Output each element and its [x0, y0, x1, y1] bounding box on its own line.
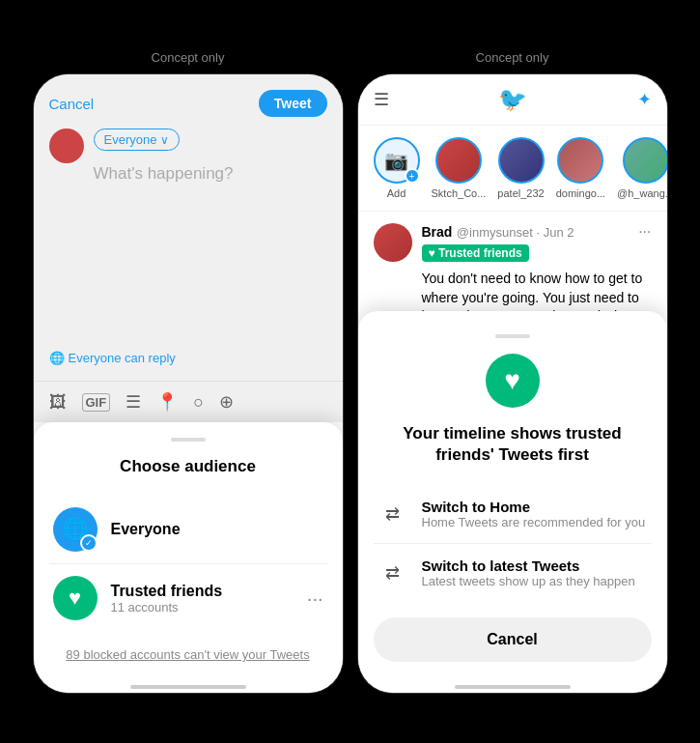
audience-option-trusted[interactable]: ♥ Trusted friends 11 accounts ···: [49, 563, 327, 632]
story-sktch[interactable]: Sktch_Co...: [432, 137, 487, 199]
gif-icon[interactable]: GIF: [82, 393, 111, 412]
trusted-icon: ♥: [53, 576, 98, 620]
add-label: Add: [387, 187, 406, 199]
sheet-title: Choose audience: [49, 457, 327, 476]
add-circle-bg: 📷 +: [374, 137, 420, 184]
cancel-button[interactable]: Cancel: [49, 96, 95, 112]
reply-setting: 🌐 Everyone can reply: [49, 339, 327, 365]
twitter-feed: ☰ 🐦 ✦ 📷 + Add Sktch_Co...: [358, 74, 667, 311]
everyone-label: Everyone: [111, 521, 323, 538]
sktch-label: Sktch_Co...: [432, 187, 487, 199]
timeline-sheet: ♥ Your timeline shows trusted friends' T…: [358, 311, 667, 677]
blocked-notice: 89 blocked accounts can't view your Twee…: [49, 647, 327, 662]
switch-arrows-icon: ⇄: [378, 499, 408, 529]
tweet-content: Brad @inmysunset · Jun 2 ··· ♥ Trusted f…: [422, 223, 652, 311]
audience-selector[interactable]: Everyone ∨: [94, 129, 181, 151]
compose-toolbar: 🖼 GIF ☰ 📍 ○ ⊕: [34, 381, 343, 422]
tweet-more-icon[interactable]: ···: [638, 223, 651, 241]
user-avatar: [49, 129, 84, 163]
hwang-label: @h_wang...: [617, 187, 666, 199]
home-bar-right: [455, 685, 571, 689]
story-avatar-sktch: [435, 137, 482, 184]
audience-option-everyone[interactable]: 🌐 ✓ Everyone: [49, 496, 327, 563]
sheet-title-right: Your timeline shows trusted friends' Twe…: [374, 423, 652, 466]
plus-icon[interactable]: ⊕: [219, 391, 234, 413]
story-patel[interactable]: patel_232: [497, 137, 544, 199]
switch-latest-name: Switch to latest Tweets: [422, 557, 648, 574]
sheet-handle: [171, 438, 206, 442]
trusted-badge: ♥ Trusted friends: [422, 244, 529, 262]
tweet-text: You don't need to know how to get to whe…: [422, 270, 652, 311]
everyone-icon: 🌐 ✓: [53, 507, 98, 552]
tweet-card: Brad @inmysunset · Jun 2 ··· ♥ Trusted f…: [358, 212, 667, 311]
story-avatar-domingo: [557, 137, 603, 184]
compose-top-bar: Cancel Tweet: [49, 90, 327, 117]
home-indicator-right: [358, 677, 667, 693]
story-avatar-patel: [498, 137, 545, 184]
tweet-author-avatar: [374, 223, 412, 262]
chevron-down-icon: ∨: [160, 133, 169, 147]
story-hwang[interactable]: @h_wang...: [617, 137, 666, 199]
audience-sheet: Choose audience 🌐 ✓ Everyone ♥: [34, 422, 343, 677]
list-icon[interactable]: ☰: [126, 391, 141, 413]
story-domingo[interactable]: domingo...: [556, 137, 605, 199]
trusted-label: Trusted friends: [111, 583, 294, 600]
audience-label: Everyone: [104, 132, 157, 147]
story-add[interactable]: 📷 + Add: [374, 137, 420, 199]
tweet-meta: @inmysunset · Jun 2: [457, 225, 574, 240]
camera-icon: 📷: [384, 149, 408, 172]
location-icon[interactable]: 📍: [156, 391, 178, 413]
feed-top-bar: ☰ 🐦 ✦: [358, 74, 667, 126]
patel-label: patel_232: [497, 187, 544, 199]
concept-label-right: Concept only: [476, 50, 549, 65]
compose-input-area: Everyone ∨ What's happening?: [49, 129, 327, 184]
phone-left: Cancel Tweet Everyone ∨ What's happening…: [34, 74, 343, 693]
domingo-label: domingo...: [556, 187, 605, 199]
concept-label-left: Concept only: [152, 50, 225, 65]
plus-badge: +: [405, 168, 420, 184]
stories-row: 📷 + Add Sktch_Co... patel_232: [358, 126, 667, 212]
home-bar: [130, 685, 246, 689]
selected-check: ✓: [80, 534, 98, 552]
story-avatar-hwang: [623, 137, 667, 184]
compose-right: Everyone ∨ What's happening?: [94, 129, 234, 184]
switch-arrows2-icon: ⇄: [378, 557, 408, 588]
more-icon[interactable]: ···: [307, 587, 323, 610]
switch-home-sub: Home Tweets are recommended for you: [422, 515, 648, 529]
globe-icon: 🌐: [49, 351, 65, 365]
switch-latest-option[interactable]: ⇄ Switch to latest Tweets Latest tweets …: [374, 543, 652, 602]
image-icon[interactable]: 🖼: [49, 392, 67, 413]
blocked-link[interactable]: 89 blocked accounts can't view your Twee…: [66, 647, 309, 662]
green-heart-icon: ♥: [486, 354, 540, 408]
switch-home-option[interactable]: ⇄ Switch to Home Home Tweets are recomme…: [374, 485, 652, 543]
switch-latest-sub: Latest tweets show up as they happen: [422, 574, 648, 588]
sheet-handle-right: [495, 334, 530, 338]
menu-icon[interactable]: ☰: [374, 89, 389, 110]
sparkle-icon[interactable]: ✦: [637, 89, 652, 110]
compose-placeholder: What's happening?: [94, 164, 234, 184]
tweet-author: Brad: [422, 224, 453, 240]
trusted-sub: 11 accounts: [111, 600, 294, 614]
home-indicator-left: [34, 677, 343, 693]
circle-icon[interactable]: ○: [193, 392, 204, 413]
phone-right: ☰ 🐦 ✦ 📷 + Add Sktch_Co...: [358, 74, 667, 693]
tweet-button[interactable]: Tweet: [259, 90, 327, 117]
tweet-header: Brad @inmysunset · Jun 2 ···: [422, 223, 652, 241]
compose-area: Cancel Tweet Everyone ∨ What's happening…: [34, 74, 343, 381]
switch-home-name: Switch to Home: [422, 499, 648, 515]
twitter-logo: 🐦: [498, 86, 527, 113]
cancel-sheet-button[interactable]: Cancel: [374, 617, 652, 662]
